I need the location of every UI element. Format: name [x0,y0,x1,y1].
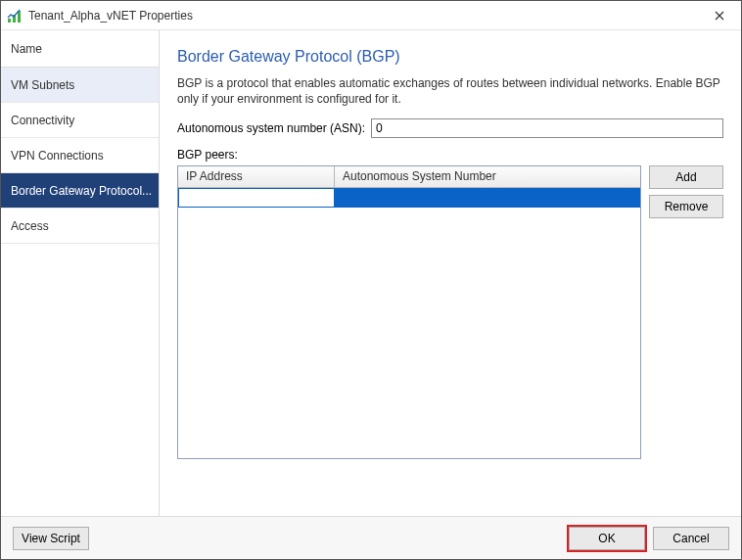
dialog-footer: View Script OK Cancel [1,516,741,559]
app-icon [7,8,23,23]
close-button[interactable] [700,2,739,29]
cell-ip-input[interactable] [178,188,335,208]
sidebar-item-access[interactable]: Access [1,209,159,244]
add-button[interactable]: Add [649,165,723,189]
bgp-peers-grid[interactable]: IP Address Autonomous System Number [177,165,641,459]
column-header-ip[interactable]: IP Address [178,166,335,187]
sidebar-item-bgp[interactable]: Border Gateway Protocol... [1,173,159,209]
window-title: Tenant_Alpha_vNET Properties [28,9,700,23]
sidebar-item-vpn-connections[interactable]: VPN Connections [1,138,159,173]
bgp-peers-label: BGP peers: [177,148,723,162]
title-bar: Tenant_Alpha_vNET Properties [1,1,741,30]
sidebar-item-connectivity[interactable]: Connectivity [1,103,159,138]
sidebar-item-vm-subnets[interactable]: VM Subnets [1,68,159,103]
remove-button[interactable]: Remove [649,195,723,218]
sidebar-header: Name [1,30,159,68]
grid-body [178,188,640,458]
page-title: Border Gateway Protocol (BGP) [177,48,723,66]
grid-row[interactable] [178,188,640,208]
dialog-window: Tenant_Alpha_vNET Properties Name VM Sub… [0,0,742,560]
view-script-button[interactable]: View Script [13,527,89,550]
content-pane: Border Gateway Protocol (BGP) BGP is a p… [160,30,741,516]
cell-asn[interactable] [335,188,640,208]
page-description: BGP is a protocol that enables automatic… [177,75,723,107]
ok-button[interactable]: OK [569,527,645,550]
asn-label: Autonomous system number (ASN): [177,121,365,135]
asn-input[interactable] [371,118,723,138]
grid-header: IP Address Autonomous System Number [178,166,640,188]
cancel-button[interactable]: Cancel [653,527,729,550]
sidebar: Name VM Subnets Connectivity VPN Connect… [1,30,160,516]
svg-rect-0 [8,19,11,23]
column-header-asn[interactable]: Autonomous System Number [335,166,640,187]
